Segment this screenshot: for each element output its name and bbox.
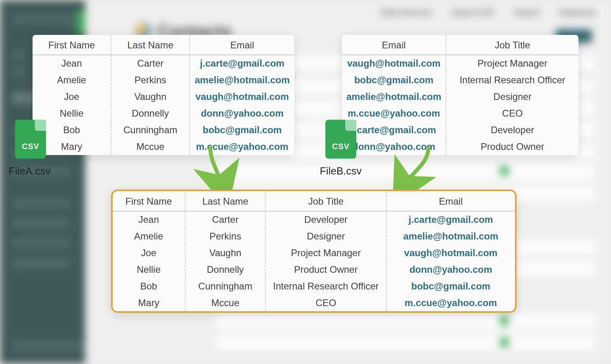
table-row: bobc@gmail.comInternal Research Officer <box>342 72 578 88</box>
file-b-label: FileB.csv <box>320 165 361 177</box>
file-a-table: First Name Last Name Email JeanCarterj.c… <box>33 35 294 155</box>
table-row: MaryMccuem.ccue@yahoo.com <box>33 138 294 155</box>
col-last-name: Last Name <box>111 35 190 55</box>
table-row: NellieDonnellyProduct Ownerdonn@yahoo.co… <box>113 261 515 278</box>
merged-result-table: First Name Last Name Job Title Email Jea… <box>111 190 517 313</box>
csv-file-icon: CSV <box>15 120 46 159</box>
file-a-label: FileA.csv <box>9 165 50 177</box>
table-row: AmeliePerkinsamelie@hotmail.com <box>33 72 294 88</box>
table-row: JoeVaughnvaugh@hotmail.com <box>33 88 294 105</box>
col-email: Email <box>190 35 294 55</box>
table-row: BobCunninghambobc@gmail.com <box>33 122 294 138</box>
file-b-table: Email Job Title vaugh@hotmail.comProject… <box>342 35 578 155</box>
table-row: j.carte@gmail.comDeveloper <box>342 122 578 138</box>
table-row: JeanCarterDeveloperj.carte@gmail.com <box>113 211 515 228</box>
col-first-name: First Name <box>33 35 111 55</box>
col-last-name: Last Name <box>185 191 266 211</box>
col-job-title: Job Title <box>446 35 578 55</box>
table-row: m.ccue@yahoo.comCEO <box>342 105 578 122</box>
col-job-title: Job Title <box>265 191 386 211</box>
table-row: amelie@hotmail.comDesigner <box>342 88 578 105</box>
col-email: Email <box>386 191 515 211</box>
col-first-name: First Name <box>113 191 185 211</box>
csv-file-icon: CSV <box>325 120 356 159</box>
table-row: vaugh@hotmail.comProject Manager <box>342 55 578 72</box>
table-row: NellieDonnellydonn@yahoo.com <box>33 105 294 122</box>
table-row: BobCunninghamInternal Research Officerbo… <box>113 278 515 295</box>
table-row: JoeVaughnProject Managervaugh@hotmail.co… <box>113 245 515 261</box>
table-row: AmeliePerkinsDesigneramelie@hotmail.com <box>113 228 515 245</box>
table-row: JeanCarterj.carte@gmail.com <box>33 55 294 72</box>
table-row: donn@yahoo.comProduct Owner <box>342 138 578 155</box>
col-email: Email <box>342 35 446 55</box>
table-row: MaryMccueCEOm.ccue@yahoo.com <box>113 295 515 311</box>
